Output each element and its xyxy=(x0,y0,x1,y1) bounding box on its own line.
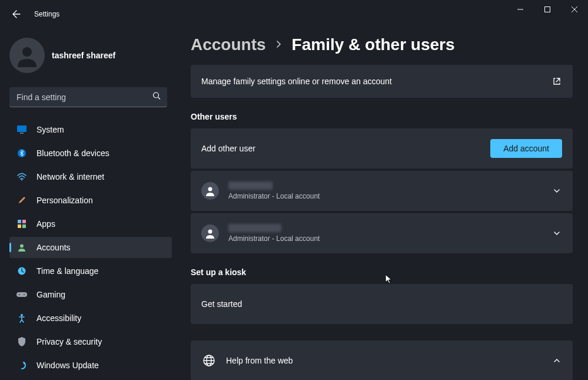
svg-rect-10 xyxy=(22,224,26,228)
svg-point-16 xyxy=(21,314,23,316)
globe-icon xyxy=(201,353,217,368)
account-name-redacted xyxy=(228,224,281,232)
svg-rect-4 xyxy=(20,133,24,134)
update-icon xyxy=(16,360,27,371)
close-icon xyxy=(572,6,577,12)
nav-label: Time & language xyxy=(36,266,98,276)
nav-item-time-language[interactable]: Time & language xyxy=(9,260,172,282)
nav-label: Accounts xyxy=(36,243,71,252)
other-users-heading: Other users xyxy=(191,112,573,121)
manage-family-row[interactable]: Manage family settings online or remove … xyxy=(191,65,573,98)
gaming-icon xyxy=(16,289,27,300)
person-icon xyxy=(205,228,215,239)
account-avatar xyxy=(201,182,219,200)
accessibility-icon xyxy=(16,313,27,323)
nav-label: Bluetooth & devices xyxy=(36,148,109,158)
help-title: Help from the web xyxy=(226,356,552,365)
nav-item-privacy[interactable]: Privacy & security xyxy=(9,331,172,352)
account-name-redacted xyxy=(228,181,273,190)
minimize-button[interactable] xyxy=(507,0,534,19)
add-other-user-label: Add other user xyxy=(201,144,490,153)
account-avatar xyxy=(201,224,219,242)
nav-label: Network & internet xyxy=(36,172,104,181)
minimize-icon xyxy=(517,6,523,12)
help-row[interactable]: Help from the web xyxy=(191,341,573,380)
nav-list: System Bluetooth & devices Network & int… xyxy=(0,119,177,376)
chevron-down-icon xyxy=(552,186,562,196)
accounts-icon xyxy=(16,242,27,253)
nav-label: Apps xyxy=(36,219,55,229)
nav-label: Gaming xyxy=(36,290,65,299)
chevron-right-icon xyxy=(275,39,283,50)
search-icon xyxy=(152,92,161,103)
search-box xyxy=(9,87,167,107)
system-icon xyxy=(16,124,27,135)
breadcrumb-current: Family & other users xyxy=(292,35,455,54)
nav-item-system[interactable]: System xyxy=(9,119,172,140)
nav-label: Accessibility xyxy=(36,313,81,323)
nav-label: System xyxy=(36,125,64,134)
svg-rect-13 xyxy=(16,292,27,297)
svg-point-15 xyxy=(24,294,25,295)
add-account-button[interactable]: Add account xyxy=(490,139,562,158)
kiosk-card: Get started xyxy=(191,284,573,324)
person-icon xyxy=(205,186,215,196)
user-account-card-0: Administrator - Local account xyxy=(191,171,573,211)
user-name: tashreef shareef xyxy=(52,51,115,60)
nav-item-network[interactable]: Network & internet xyxy=(9,166,172,187)
sidebar: tashreef shareef System Bluetooth & devi… xyxy=(0,28,177,380)
account-subtitle: Administrator - Local account xyxy=(228,234,552,243)
person-icon xyxy=(14,42,40,68)
paintbrush-icon xyxy=(16,195,27,206)
maximize-button[interactable] xyxy=(534,0,561,19)
back-button[interactable] xyxy=(7,5,26,24)
add-other-user-card: Add other user Add account xyxy=(191,128,573,168)
close-button[interactable] xyxy=(561,0,588,19)
user-account-row[interactable]: Administrator - Local account xyxy=(191,213,573,253)
svg-rect-8 xyxy=(22,220,26,223)
nav-item-personalization[interactable]: Personalization xyxy=(9,190,172,211)
back-arrow-icon xyxy=(12,9,21,19)
window-title: Settings xyxy=(34,10,59,18)
nav-item-windows-update[interactable]: Windows Update xyxy=(9,355,172,376)
svg-point-18 xyxy=(208,187,212,191)
shield-icon xyxy=(16,336,27,347)
nav-item-accounts[interactable]: Accounts xyxy=(9,237,172,258)
svg-rect-7 xyxy=(18,220,21,223)
breadcrumb-parent[interactable]: Accounts xyxy=(191,35,266,54)
svg-point-14 xyxy=(19,294,20,295)
external-link-icon xyxy=(552,76,562,87)
svg-point-17 xyxy=(18,362,25,369)
bluetooth-icon xyxy=(16,148,27,158)
svg-point-2 xyxy=(154,92,159,98)
chevron-down-icon xyxy=(552,228,562,239)
nav-item-apps[interactable]: Apps xyxy=(9,213,172,234)
nav-item-accessibility[interactable]: Accessibility xyxy=(9,308,172,329)
nav-label: Personalization xyxy=(36,196,93,205)
nav-label: Windows Update xyxy=(36,361,99,370)
nav-item-gaming[interactable]: Gaming xyxy=(9,284,172,305)
get-started-row[interactable]: Get started xyxy=(191,284,573,324)
search-input[interactable] xyxy=(9,87,167,107)
nav-item-bluetooth[interactable]: Bluetooth & devices xyxy=(9,143,172,164)
clock-icon xyxy=(16,266,27,276)
user-account-card-1: Administrator - Local account xyxy=(191,213,573,253)
apps-icon xyxy=(16,219,27,229)
svg-point-19 xyxy=(208,230,212,234)
account-subtitle: Administrator - Local account xyxy=(228,192,552,200)
breadcrumb: Accounts Family & other users xyxy=(191,35,573,54)
kiosk-heading: Set up a kiosk xyxy=(191,267,573,277)
user-block[interactable]: tashreef shareef xyxy=(0,33,177,87)
account-info: Administrator - Local account xyxy=(228,224,552,243)
svg-point-11 xyxy=(20,244,24,248)
svg-point-1 xyxy=(22,47,32,57)
user-account-row[interactable]: Administrator - Local account xyxy=(191,171,573,211)
window-controls xyxy=(507,0,588,19)
chevron-up-icon xyxy=(552,355,562,366)
maximize-icon xyxy=(544,6,550,12)
main-content: Accounts Family & other users Manage fam… xyxy=(177,28,588,380)
manage-family-card: Manage family settings online or remove … xyxy=(191,65,573,98)
svg-rect-0 xyxy=(545,7,550,12)
svg-point-6 xyxy=(21,180,22,181)
titlebar: Settings xyxy=(0,0,588,28)
